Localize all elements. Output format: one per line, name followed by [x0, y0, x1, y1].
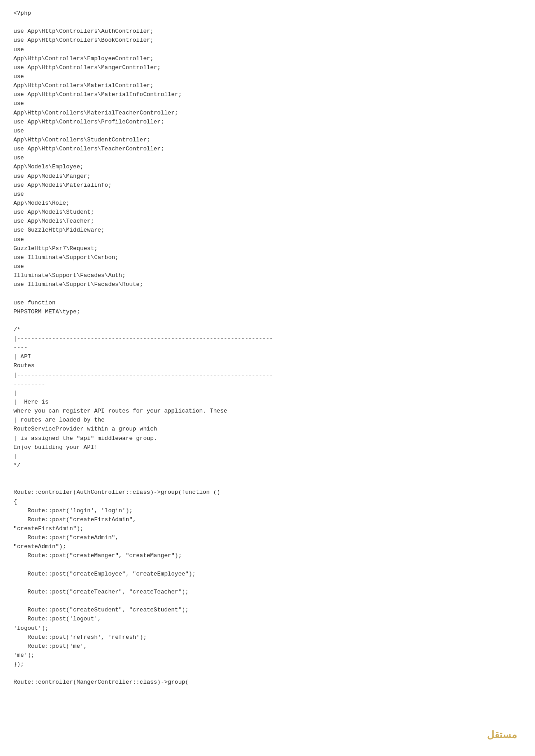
- watermark-text: مستقل: [487, 727, 517, 743]
- code-content: <?php use App\Http\Controllers\AuthContr…: [13, 9, 522, 687]
